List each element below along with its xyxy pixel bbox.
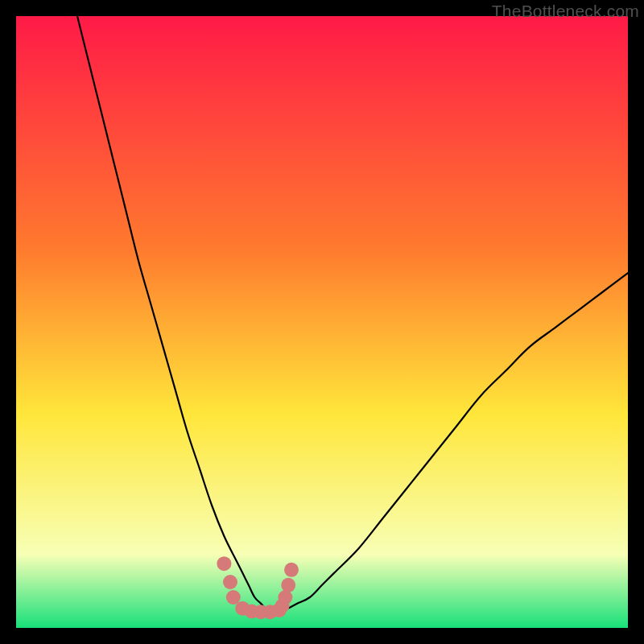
bottleneck-chart	[16, 16, 628, 628]
marker-dot	[284, 563, 299, 577]
marker-dot	[281, 578, 295, 592]
watermark-label: TheBottleneck.com	[492, 2, 639, 21]
marker-dot	[217, 556, 231, 571]
gradient-background	[16, 16, 628, 628]
marker-dot	[278, 590, 292, 605]
marker-dot	[223, 575, 237, 589]
